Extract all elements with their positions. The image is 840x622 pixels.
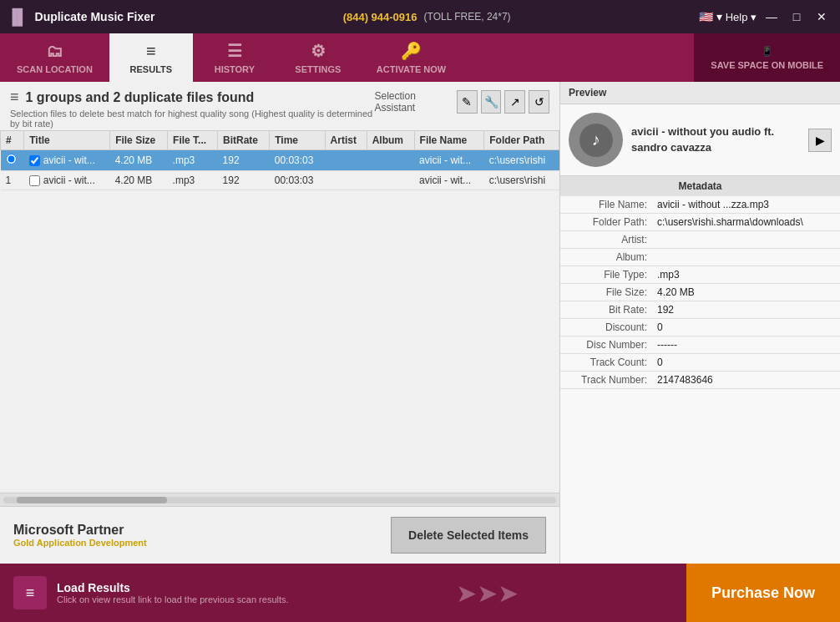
selection-reset-button[interactable]: ↺ (529, 90, 549, 114)
row-album (367, 150, 414, 171)
maximize-button[interactable]: □ (785, 5, 808, 28)
col-album: Album (367, 131, 414, 150)
partner-title: Microsoft Partner (13, 523, 147, 538)
delete-selected-button[interactable]: Delete Selected Items (391, 517, 546, 554)
selection-edit-button[interactable]: ✎ (457, 90, 478, 114)
results-header-left: ≡ 1 groups and 2 duplicate files found S… (10, 88, 375, 129)
scrollbar-thumb[interactable] (17, 497, 167, 503)
metadata-section: Metadata File Name: avicii - without ...… (560, 176, 840, 564)
tab-activate[interactable]: 🔑 ACTIVATE NOW (360, 33, 463, 82)
table-row[interactable]: 1 avicii - wit... 4.20 MB .mp3 192 00:03… (1, 171, 559, 190)
metadata-value: 192 (652, 301, 840, 319)
results-title-icon: ≡ (10, 88, 19, 106)
metadata-row-artist: Artist: (560, 231, 840, 249)
left-panel: ≡ 1 groups and 2 duplicate files found S… (0, 82, 560, 564)
metadata-row-filename: File Name: avicii - without ...zza.mp3 (560, 196, 840, 214)
results-subtitle: Selection files to delete best match for… (10, 109, 375, 129)
row-time: 00:03:03 (270, 171, 325, 190)
metadata-row-filetype: File Type: .mp3 (560, 266, 840, 284)
metadata-label: Artist: (560, 231, 652, 249)
table-row[interactable]: avicii - wit... 4.20 MB .mp3 192 00:03:0… (1, 150, 559, 171)
col-num: # (1, 131, 24, 150)
preview-track-title: avicii - without you audio ft. sandro ca… (631, 124, 800, 154)
close-button[interactable]: ✕ (810, 5, 833, 28)
row-filename: avicii - wit... (414, 150, 484, 171)
results-header-area: ≡ 1 groups and 2 duplicate files found S… (0, 82, 559, 130)
app-title: Duplicate Music Fixer (35, 10, 155, 23)
play-button[interactable]: ▶ (808, 129, 832, 152)
right-panel: Preview avicii - without you audio ft. s… (560, 82, 840, 564)
row-artist (325, 171, 367, 190)
row-radio[interactable] (6, 154, 17, 164)
title-bar: ▐▌ Duplicate Music Fixer (844) 944-0916 … (0, 0, 840, 33)
metadata-value: ------ (652, 336, 840, 354)
partner-subtitle: Gold Application Development (13, 538, 147, 548)
row-folderpath: c:\users\rishi (484, 171, 559, 190)
results-title: ≡ 1 groups and 2 duplicate files found (10, 88, 375, 106)
help-button[interactable]: Help ▾ (726, 11, 757, 23)
left-bottom-bar: Microsoft Partner Gold Application Devel… (0, 506, 559, 564)
col-filetype: File T... (168, 131, 218, 150)
tab-scan-location[interactable]: 🗂 SCAN LOCATION (0, 33, 109, 82)
metadata-label: Track Number: (560, 372, 652, 389)
title-bar-left: ▐▌ Duplicate Music Fixer (7, 8, 154, 26)
music-disc-icon (569, 113, 623, 167)
metadata-label: Discount: (560, 319, 652, 336)
toll-free: (TOLL FREE, 24*7) (424, 11, 511, 23)
metadata-value: 0 (652, 319, 840, 336)
tab-activate-label: ACTIVATE NOW (377, 64, 446, 74)
tab-settings-label: SETTINGS (295, 64, 341, 74)
tab-history[interactable]: ☰ HISTORY (193, 33, 276, 82)
tab-save-mobile[interactable]: 📱 SAVE SPACE ON MOBILE (694, 33, 840, 82)
tab-results-label: RESULTS (130, 64, 173, 74)
col-artist: Artist (325, 131, 367, 150)
metadata-row-discnumber: Disc Number: ------ (560, 336, 840, 354)
row-checkbox[interactable] (29, 175, 40, 186)
tab-results[interactable]: ≡ RESULTS (109, 33, 193, 82)
title-bar-center: (844) 944-0916 (TOLL FREE, 24*7) (343, 11, 511, 23)
metadata-row-tracknumber: Track Number: 2147483646 (560, 372, 840, 389)
load-results-icon: ≡ (13, 576, 47, 609)
results-icon: ≡ (146, 42, 156, 61)
footer-bar: ≡ Load Results Click on view result link… (0, 564, 840, 622)
col-title: Title (24, 131, 110, 150)
tab-settings[interactable]: ⚙ SETTINGS (276, 33, 360, 82)
col-folderpath: Folder Path (484, 131, 559, 150)
scan-location-icon: 🗂 (46, 42, 63, 61)
metadata-row-trackcount: Track Count: 0 (560, 354, 840, 372)
duplicates-table: # Title File Size File T... BitRate Time… (0, 130, 559, 190)
metadata-value: c:\users\rishi.sharma\downloads\ (652, 214, 840, 231)
phone-number: (844) 944-0916 (343, 11, 417, 23)
history-icon: ☰ (227, 41, 242, 61)
tab-save-mobile-label: SAVE SPACE ON MOBILE (711, 60, 823, 70)
metadata-header: Metadata (560, 176, 840, 196)
tab-scan-location-label: SCAN LOCATION (17, 64, 93, 74)
row-folderpath: c:\users\rishi (484, 150, 559, 171)
row-title: avicii - wit... (24, 150, 110, 171)
minimize-button[interactable]: — (760, 5, 783, 28)
app-icon: ▐▌ (7, 8, 28, 26)
results-header-right: Selection Assistant ✎ 🔧 ↗ ↺ (375, 90, 549, 114)
metadata-value (652, 231, 840, 249)
flag-button[interactable]: 🇺🇸 ▾ (699, 10, 722, 23)
metadata-row-filesize: File Size: 4.20 MB (560, 284, 840, 301)
metadata-row-discount: Discount: 0 (560, 319, 840, 336)
metadata-value: 4.20 MB (652, 284, 840, 301)
col-filesize: File Size (110, 131, 168, 150)
metadata-label: Disc Number: (560, 336, 652, 354)
mobile-icon: 📱 (762, 46, 773, 57)
purchase-now-button[interactable]: Purchase Now (686, 564, 840, 622)
metadata-value: 0 (652, 354, 840, 372)
metadata-label: Bit Rate: (560, 301, 652, 319)
row-artist (325, 150, 367, 171)
horizontal-scrollbar[interactable] (0, 493, 559, 506)
row-bitrate: 192 (218, 150, 270, 171)
row-checkbox[interactable] (29, 155, 40, 166)
row-title: avicii - wit... (24, 171, 110, 190)
selection-tool-button[interactable]: 🔧 (481, 90, 502, 114)
row-filetype: .mp3 (168, 150, 218, 171)
metadata-value: 2147483646 (652, 372, 840, 389)
selection-export-button[interactable]: ↗ (504, 90, 525, 114)
col-filename: File Name (414, 131, 484, 150)
selection-assistant-label: Selection Assistant (375, 90, 448, 114)
